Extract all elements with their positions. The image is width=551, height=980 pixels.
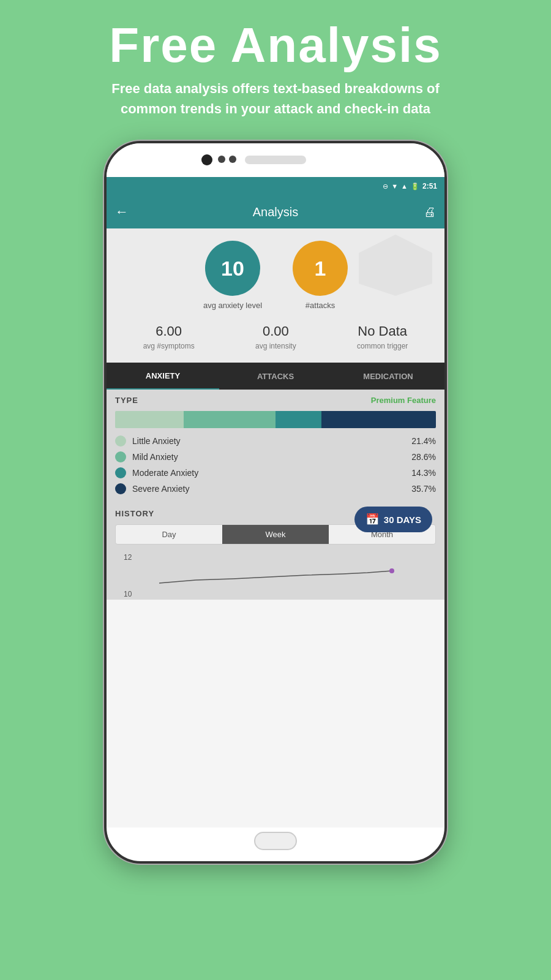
chart-label-12: 12: [124, 553, 427, 562]
calendar-icon: 📅: [365, 513, 379, 526]
phone-screen: ⊖ ▼ ▲ 🔋 2:51 ← Analysis 🖨: [107, 177, 444, 827]
premium-feature-label[interactable]: Premium Feature: [371, 396, 436, 405]
list-item: Severe Anxiety 35.7%: [115, 483, 436, 494]
status-icons: ⊖ ▼ ▲ 🔋 2:51: [383, 182, 437, 190]
stats-numbers: 6.00 avg #symptoms 0.00 avg intensity No…: [113, 318, 438, 353]
symptoms-label: avg #symptoms: [143, 342, 195, 350]
mild-anxiety-pct: 28.6%: [411, 452, 436, 462]
chart-svg: [124, 562, 427, 586]
phone-dots: [218, 156, 236, 163]
severe-anxiety-name: Severe Anxiety: [132, 484, 189, 494]
phone-camera: [201, 154, 212, 165]
wifi-icon: ▼: [391, 183, 398, 190]
phone-dot-1: [218, 156, 225, 163]
chart-label-10: 10: [124, 590, 427, 598]
intensity-value: 0.00: [263, 323, 289, 339]
days-badge-label: 30 DAYS: [384, 514, 421, 525]
phone-speaker: [245, 156, 306, 164]
severe-anxiety-pct: 35.7%: [411, 484, 436, 494]
moderate-anxiety-pct: 14.3%: [411, 468, 436, 478]
intensity-label: avg intensity: [255, 342, 296, 350]
little-anxiety-dot: [115, 435, 126, 447]
mild-anxiety-name: Mild Anxiety: [132, 452, 178, 462]
chart-area: 12 10: [115, 551, 436, 600]
stats-section: 10 avg anxiety level 1 #attacks 6.00 avg…: [107, 228, 444, 363]
list-item: Mild Anxiety 28.6%: [115, 451, 436, 462]
back-button[interactable]: ←: [115, 204, 129, 220]
avg-anxiety-item: 10 avg anxiety level: [203, 241, 262, 310]
week-toggle[interactable]: Week: [222, 525, 329, 544]
mild-anxiety-dot: [115, 451, 126, 462]
phone-dot-2: [229, 156, 236, 163]
list-item: Little Anxiety 21.4%: [115, 435, 436, 447]
trigger-label: common trigger: [357, 342, 408, 350]
little-anxiety-pct: 21.4%: [411, 436, 436, 446]
bar-moderate-anxiety: [276, 411, 321, 428]
avg-anxiety-label: avg anxiety level: [203, 301, 262, 310]
history-section: HISTORY Day Week Month 📅 30 DAYS: [107, 503, 444, 600]
status-bar: ⊖ ▼ ▲ 🔋 2:51: [107, 177, 444, 195]
signal-icon: ▲: [401, 183, 408, 190]
moderate-anxiety-name: Moderate Anxiety: [132, 468, 198, 478]
tab-anxiety[interactable]: ANXIETY: [107, 363, 219, 390]
trigger-value: No Data: [358, 323, 407, 339]
bar-severe-anxiety: [321, 411, 436, 428]
severe-anxiety-dot: [115, 483, 126, 494]
day-toggle[interactable]: Day: [116, 525, 222, 544]
trigger-item: No Data common trigger: [357, 323, 408, 350]
type-section: TYPE Premium Feature Little Anxiety: [107, 390, 444, 503]
attacks-circle: 1: [293, 241, 348, 296]
minus-icon: ⊖: [383, 183, 388, 190]
moderate-anxiety-dot: [115, 467, 126, 478]
avg-anxiety-circle: 10: [205, 241, 260, 296]
svg-point-1: [389, 568, 394, 573]
little-anxiety-name: Little Anxiety: [132, 436, 181, 446]
intensity-item: 0.00 avg intensity: [255, 323, 296, 350]
page-title: Free Analysis: [0, 18, 551, 72]
page-header: Free Analysis Free data analysis offers …: [0, 0, 551, 131]
days-badge[interactable]: 📅 30 DAYS: [354, 507, 432, 532]
symptoms-value: 6.00: [156, 323, 182, 339]
svg-marker-0: [359, 235, 432, 296]
symptoms-item: 6.00 avg #symptoms: [143, 323, 195, 350]
bar-mild-anxiety: [184, 411, 276, 428]
type-label: TYPE: [115, 396, 138, 405]
tab-attacks[interactable]: ATTACKS: [219, 363, 332, 390]
app-header: ← Analysis 🖨: [107, 195, 444, 228]
tab-medication[interactable]: MEDICATION: [332, 363, 444, 390]
page-subtitle: Free data analysis offers text-based bre…: [86, 78, 465, 119]
battery-icon: 🔋: [411, 183, 419, 190]
list-item: Moderate Anxiety 14.3%: [115, 467, 436, 478]
attacks-label: #attacks: [305, 301, 335, 310]
phone-home-button[interactable]: [254, 832, 297, 850]
app-title: Analysis: [253, 205, 298, 219]
attacks-item: 1 #attacks: [293, 241, 348, 310]
phone-top-bar: [107, 143, 444, 177]
print-icon[interactable]: 🖨: [424, 205, 436, 219]
bar-little-anxiety: [115, 411, 184, 428]
hex-bg-decoration: [347, 228, 444, 302]
type-header: TYPE Premium Feature: [115, 396, 436, 405]
status-time: 2:51: [422, 182, 437, 190]
tab-bar: ANXIETY ATTACKS MEDICATION: [107, 363, 444, 390]
phone-shell: ⊖ ▼ ▲ 🔋 2:51 ← Analysis 🖨: [104, 141, 447, 864]
anxiety-list: Little Anxiety 21.4% Mild Anxiety 28.6%: [115, 435, 436, 494]
type-bar: [115, 411, 436, 428]
